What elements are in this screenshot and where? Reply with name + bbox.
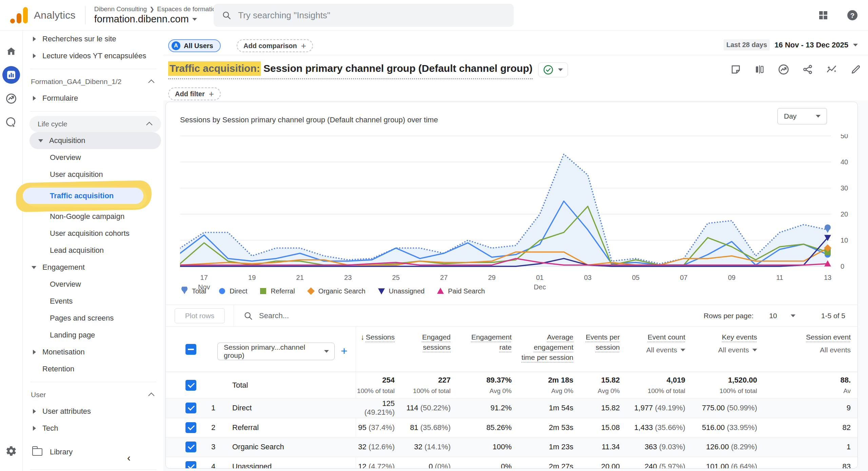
comparison-bars-icon[interactable] — [754, 64, 765, 75]
row-checkbox[interactable] — [185, 422, 196, 433]
column-header-engagement-rate[interactable]: Engagement rate — [458, 327, 519, 372]
sidebar-item-user-attributes[interactable]: User attributes — [23, 403, 163, 420]
header-divider — [163, 55, 868, 55]
table-search-input[interactable] — [259, 311, 462, 320]
key-events-filter[interactable]: All events — [718, 345, 757, 355]
sidebar-item-engagement-overview[interactable]: Overview — [23, 276, 163, 293]
svg-text:07: 07 — [680, 274, 687, 281]
notes-icon[interactable] — [730, 64, 741, 75]
sidebar-item-library[interactable]: Library — [23, 444, 163, 460]
google-apps-grid-icon[interactable] — [818, 10, 829, 21]
sidebar-item-acquisition-overview[interactable]: Overview — [23, 149, 163, 166]
select-all-checkbox[interactable] — [185, 344, 196, 355]
cell-key_events: 516.00 (33.95%) — [693, 418, 765, 437]
property-name[interactable]: formation.dibenn.com — [94, 14, 189, 25]
column-header-event-count[interactable]: Event count All events — [627, 327, 693, 372]
row-checkbox[interactable] — [185, 442, 196, 452]
global-search[interactable] — [214, 4, 514, 27]
add-dimension-icon[interactable]: + — [341, 344, 348, 357]
chart-legend: TotalDirectReferralOrganic SearchUnassig… — [180, 287, 485, 295]
sidebar-item-user-acquisition-cohorts[interactable]: User acquisition cohorts — [23, 225, 163, 242]
legend-item-paid-search[interactable]: Paid Search — [436, 287, 485, 295]
add-filter-button[interactable]: Add filter + — [168, 87, 221, 100]
rows-per-page-caret-icon[interactable] — [791, 314, 795, 317]
column-header-key-events[interactable]: Key events All events — [693, 327, 765, 372]
table-search[interactable] — [243, 311, 704, 321]
plus-icon: + — [301, 41, 306, 51]
granularity-select[interactable]: Day — [777, 108, 827, 124]
column-header-engaged-sessions[interactable]: Engaged sessions — [402, 327, 458, 372]
sidebar-item-retention[interactable]: Retention — [23, 361, 163, 377]
search-icon — [222, 10, 231, 20]
sidebar-item-lead-acquisition[interactable]: Lead acquisition — [23, 242, 163, 259]
row-checkbox[interactable] — [185, 461, 196, 469]
segment-all-users-chip[interactable]: A All Users — [168, 39, 221, 52]
edit-icon[interactable] — [850, 64, 861, 75]
sparkline-insights-icon[interactable] — [826, 64, 837, 75]
legend-item-direct[interactable]: Direct — [218, 287, 247, 295]
sidebar-section-formation[interactable]: Formation_GA4_Dibenn_1/2 — [23, 74, 163, 90]
row-checkbox[interactable] — [185, 403, 196, 413]
svg-text:25: 25 — [392, 274, 400, 281]
table-total-row: Total 254100% of total 227100% of total … — [166, 372, 858, 398]
search-input[interactable] — [238, 10, 506, 21]
column-header-sessions[interactable]: ↓Sessions — [356, 327, 402, 372]
sidebar-item-tech[interactable]: Tech — [23, 420, 163, 437]
cell-session_event: 82 — [765, 418, 858, 437]
sidebar-item-pages-and-screens[interactable]: Pages and screens — [23, 310, 163, 327]
sidebar-item-lecture-videos[interactable]: Lecture videos YT encapsulées — [23, 47, 163, 64]
sidebar-item-landing-page[interactable]: Landing page — [23, 327, 163, 344]
column-header-avg-engagement-time[interactable]: Average engagement time per session — [519, 327, 581, 372]
home-icon[interactable] — [0, 40, 22, 62]
analytics-logo-icon[interactable] — [10, 7, 28, 23]
sidebar-item-monetisation[interactable]: Monetisation — [23, 344, 163, 361]
cell-engaged: 32 (14.1%) — [402, 437, 458, 457]
collapse-sidebar-icon[interactable]: ‹ — [127, 452, 131, 464]
svg-text:19: 19 — [248, 274, 256, 281]
sidebar-item-recherches[interactable]: Recherches sur le site — [23, 30, 163, 47]
admin-gear-icon[interactable] — [0, 440, 22, 462]
sidebar-item-acquisition[interactable]: Acquisition — [29, 132, 161, 149]
page-title: Traffic acquisition: Session primary cha… — [168, 63, 533, 79]
event-count-filter[interactable]: All events — [646, 345, 685, 355]
chevron-up-icon — [148, 392, 154, 398]
column-header-events-per-session[interactable]: Events per session — [581, 327, 627, 372]
data-quality-chip[interactable] — [538, 62, 568, 77]
breadcrumb-account[interactable]: Dibenn Consulting — [94, 5, 147, 13]
sidebar-section-user[interactable]: User — [23, 387, 163, 403]
add-comparison-button[interactable]: Add comparison + — [237, 39, 313, 52]
cell-event_count: 240 (5.97%) — [627, 457, 693, 469]
column-header-session-event-rate[interactable]: Session event All events — [765, 327, 858, 372]
sidebar-item-non-google-campaign[interactable]: Non-Google campaign — [23, 208, 163, 225]
sidebar-item-formulaire[interactable]: Formulaire — [23, 90, 163, 107]
sidebar-item-events[interactable]: Events — [23, 293, 163, 310]
share-icon[interactable] — [802, 64, 813, 75]
advertising-icon[interactable] — [0, 111, 22, 134]
help-icon[interactable]: ? — [846, 9, 859, 21]
chevron-up-icon — [148, 79, 154, 85]
report-canvas: Sessions by Session primary channel grou… — [163, 100, 868, 471]
plot-rows-button[interactable]: Plot rows — [175, 308, 225, 323]
account-switcher[interactable]: Dibenn Consulting ❯ Espaces de formation… — [94, 5, 231, 25]
legend-item-organic-search[interactable]: Organic Search — [307, 287, 366, 295]
sessions-time-chart[interactable]: 0102030405017Nov19212325272901Dec0305070… — [180, 134, 855, 290]
explore-icon[interactable] — [0, 87, 22, 110]
reports-icon[interactable] — [0, 64, 22, 86]
row-checkbox[interactable] — [185, 380, 196, 391]
toolbar-divider — [234, 305, 234, 327]
dimension-dropdown[interactable]: Session primary...channel group) — [217, 343, 335, 360]
date-range-value: 16 Nov - 13 Dec 2025 — [774, 41, 848, 49]
sidebar-item-traffic-acquisition[interactable]: Traffic acquisition — [23, 185, 163, 206]
legend-item-unassigned[interactable]: Unassigned — [377, 287, 425, 295]
legend-item-total[interactable]: Total — [180, 287, 206, 295]
rows-per-page-value[interactable]: 10 — [769, 312, 777, 320]
chart-title: Sessions by Session primary channel grou… — [180, 116, 438, 124]
legend-item-referral[interactable]: Referral — [259, 287, 295, 295]
total-eps: 15.82Avg 0% — [581, 372, 627, 398]
insights-icon[interactable] — [778, 64, 789, 75]
sidebar-item-engagement[interactable]: Engagement — [23, 259, 163, 276]
cell-eps: 11.34 — [581, 437, 627, 457]
total-sessions: 254100% of total — [356, 372, 402, 398]
sidebar-section-life-cycle[interactable]: Life cycle — [29, 116, 161, 132]
date-range-picker[interactable]: Last 28 days 16 Nov - 13 Dec 2025 — [724, 39, 858, 50]
